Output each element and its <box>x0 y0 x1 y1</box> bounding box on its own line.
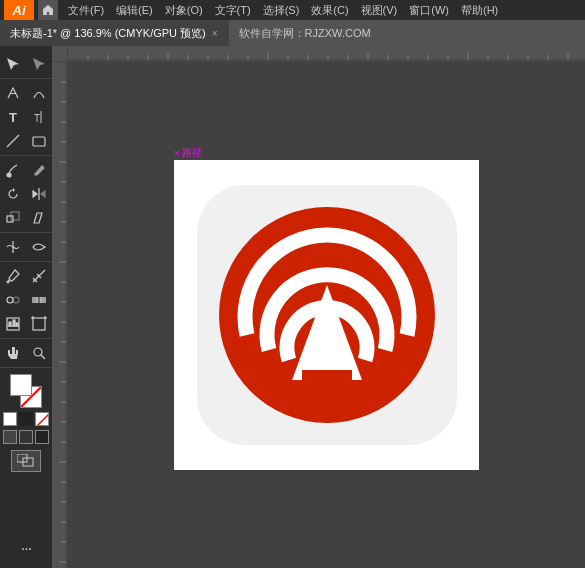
utility-tools <box>0 262 52 339</box>
more-tools-button[interactable]: ··· <box>21 540 31 558</box>
rotate-tool[interactable] <box>0 182 26 206</box>
effect-tools <box>0 233 52 262</box>
type-tool[interactable]: T <box>0 105 26 129</box>
ruler-corner <box>52 46 68 62</box>
svg-rect-19 <box>9 322 11 326</box>
tab-label: 未标题-1* @ 136.9% (CMYK/GPU 预览) <box>10 26 206 41</box>
svg-rect-89 <box>302 370 352 390</box>
svg-rect-6 <box>7 216 13 222</box>
svg-rect-22 <box>33 318 45 330</box>
graph-tool[interactable] <box>0 312 26 336</box>
more-tools: ··· <box>21 540 31 564</box>
site-label: 软件自学网：RJZXW.COM <box>229 20 381 46</box>
menu-help[interactable]: 帮助(H) <box>455 0 504 20</box>
scale-tool[interactable] <box>0 206 26 230</box>
menu-view[interactable]: 视图(V) <box>355 0 404 20</box>
color-swatches <box>8 374 44 408</box>
menu-edit[interactable]: 编辑(E) <box>110 0 159 20</box>
selection-tools <box>0 50 52 79</box>
svg-line-2 <box>7 135 19 147</box>
none-swatch[interactable] <box>35 412 49 426</box>
svg-rect-21 <box>16 323 18 326</box>
shear-tool[interactable] <box>26 206 52 230</box>
artboard-tool[interactable] <box>26 312 52 336</box>
black-swatch[interactable] <box>19 412 33 426</box>
svg-text:T: T <box>34 113 40 124</box>
active-tab[interactable]: 未标题-1* @ 136.9% (CMYK/GPU 预览) × <box>0 20 229 46</box>
svg-rect-33 <box>68 46 585 61</box>
curvature-tool[interactable] <box>26 81 52 105</box>
path-label-text: 路径 <box>182 146 202 160</box>
width-tool[interactable] <box>0 235 26 259</box>
nav-tools <box>0 339 52 368</box>
ruler-vertical <box>52 62 68 568</box>
draw-tools: T T <box>0 79 52 156</box>
blend-tool[interactable] <box>0 288 26 312</box>
measure-tool[interactable] <box>26 264 52 288</box>
screen-mode-full-menu[interactable] <box>19 430 33 444</box>
svg-point-13 <box>13 297 19 303</box>
warp-tool[interactable] <box>26 235 52 259</box>
svg-line-30 <box>36 413 49 426</box>
svg-rect-20 <box>13 320 15 326</box>
direct-select-tool[interactable] <box>26 52 52 76</box>
zoom-tool[interactable] <box>26 341 52 365</box>
menu-type[interactable]: 文字(T) <box>209 0 257 20</box>
menu-effect[interactable]: 效果(C) <box>305 0 354 20</box>
ruler-horizontal <box>68 46 585 62</box>
vertical-type-tool[interactable]: T <box>26 105 52 129</box>
podcast-icon <box>217 205 437 425</box>
svg-point-12 <box>7 297 13 303</box>
svg-point-4 <box>7 173 11 177</box>
screen-mode-normal[interactable] <box>3 430 17 444</box>
line-tool[interactable] <box>0 129 26 153</box>
svg-point-27 <box>34 348 42 356</box>
app-icon-card <box>197 185 457 445</box>
white-canvas[interactable] <box>174 160 479 470</box>
screen-mode-full[interactable] <box>35 430 49 444</box>
app-logo: Ai <box>4 0 34 20</box>
main-area: T T <box>0 46 585 568</box>
svg-rect-16 <box>40 297 46 303</box>
paintbrush-tool[interactable] <box>0 158 26 182</box>
eyedropper-tool[interactable] <box>0 264 26 288</box>
pen-tool[interactable] <box>0 81 26 105</box>
fill-swatch[interactable] <box>10 374 32 396</box>
home-icon <box>42 4 54 16</box>
quick-color-row <box>3 412 49 426</box>
svg-rect-60 <box>52 62 67 568</box>
paint-tools <box>0 156 52 233</box>
arrange-section <box>11 446 41 476</box>
svg-rect-3 <box>33 137 45 146</box>
menu-file[interactable]: 文件(F) <box>62 0 110 20</box>
color-section <box>3 368 49 428</box>
white-swatch[interactable] <box>3 412 17 426</box>
menu-bar: Ai 文件(F) 编辑(E) 对象(O) 文字(T) 选择(S) 效果(C) 视… <box>0 0 585 20</box>
rectangle-tool[interactable] <box>26 129 52 153</box>
pencil-tool[interactable] <box>26 158 52 182</box>
artboard-wrapper: × 路径 <box>68 62 585 568</box>
menu-window[interactable]: 窗口(W) <box>403 0 455 20</box>
screen-modes <box>3 428 49 446</box>
select-tool[interactable] <box>0 52 26 76</box>
menu-object[interactable]: 对象(O) <box>159 0 209 20</box>
artboard: × 路径 <box>174 160 479 470</box>
arrange-button[interactable] <box>11 450 41 472</box>
menu-select[interactable]: 选择(S) <box>257 0 306 20</box>
path-label: × 路径 <box>174 146 202 160</box>
hand-tool[interactable] <box>0 341 26 365</box>
live-paint-tool[interactable] <box>26 288 52 312</box>
canvas-area[interactable]: × 路径 <box>52 46 585 568</box>
tab-bar: 未标题-1* @ 136.9% (CMYK/GPU 预览) × 软件自学网：RJ… <box>0 20 585 46</box>
toolbar: T T <box>0 46 52 568</box>
tab-close-button[interactable]: × <box>212 28 218 39</box>
svg-line-28 <box>41 355 45 359</box>
reflect-tool[interactable] <box>26 182 52 206</box>
